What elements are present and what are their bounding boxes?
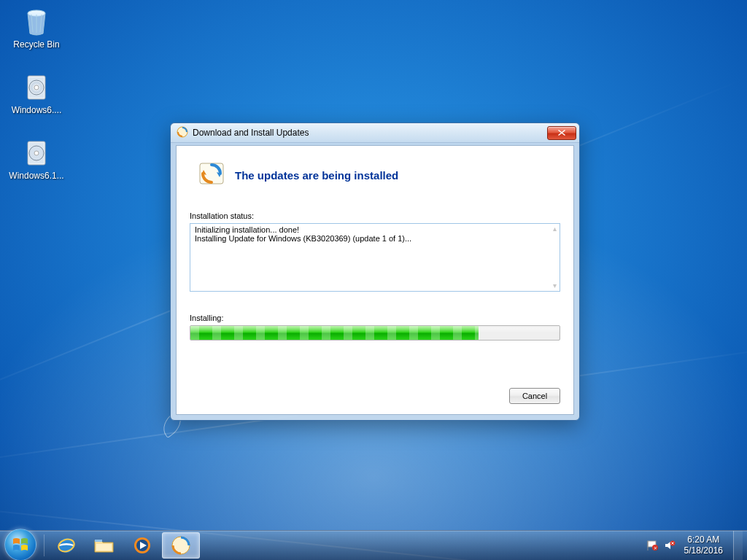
tray-volume-icon[interactable]: [664, 540, 676, 551]
taskbar-item-media-player[interactable]: [124, 533, 160, 558]
status-line: Installing Update for Windows (KB3020369…: [195, 234, 560, 243]
windows-logo-icon: [12, 536, 29, 553]
desktop-icon-label: Windows6.1...: [9, 171, 63, 181]
taskbar-item-ie[interactable]: [48, 533, 85, 558]
system-tray: ✕ 6:20 AM 5/18/2016: [636, 531, 747, 560]
ie-icon: [56, 535, 77, 556]
desktop-icon-label: Windows6....: [12, 105, 62, 115]
tray-date: 5/18/2016: [684, 545, 723, 556]
close-icon: [558, 130, 565, 136]
svg-rect-16: [96, 544, 112, 551]
svg-marker-26: [665, 542, 670, 549]
svg-point-8: [34, 151, 39, 155]
desktop-icon-label: Recycle Bin: [13, 39, 59, 50]
taskbar-divider: [44, 534, 44, 556]
tray-time: 6:20 AM: [684, 534, 723, 545]
scroll-down-icon[interactable]: ▾: [551, 282, 558, 289]
status-label: Installation status:: [190, 211, 560, 220]
status-line: Initializing installation... done!: [195, 225, 560, 234]
svg-point-4: [34, 85, 39, 90]
updates-dialog: Download and Install Updates The updates…: [170, 122, 580, 421]
show-desktop-button[interactable]: [733, 531, 743, 560]
titlebar[interactable]: Download and Install Updates: [171, 123, 579, 143]
taskbar: ✕ 6:20 AM 5/18/2016: [0, 530, 747, 560]
svg-rect-15: [95, 540, 102, 542]
taskbar-item-explorer[interactable]: [86, 533, 123, 558]
scroll-up-icon[interactable]: ▴: [551, 225, 558, 233]
tray-clock[interactable]: 6:20 AM 5/18/2016: [678, 534, 729, 556]
folder-icon: [93, 537, 115, 554]
tray-flag-icon[interactable]: ✕: [646, 540, 658, 551]
taskbar-item-updates-active[interactable]: [162, 532, 200, 559]
start-button[interactable]: [4, 529, 36, 561]
media-player-icon: [132, 535, 152, 556]
desktop-icon-package-1[interactable]: Windows6....: [9, 71, 64, 115]
close-button[interactable]: [547, 126, 576, 140]
dialog-body: The updates are being installed Installa…: [176, 145, 574, 415]
recycle-bin-icon: [9, 6, 64, 38]
cancel-button[interactable]: Cancel: [509, 388, 560, 404]
svg-text:✕: ✕: [653, 546, 657, 551]
windows-update-icon: [171, 535, 191, 556]
progress-bar: [190, 325, 560, 341]
desktop-icon-recycle-bin[interactable]: Recycle Bin: [9, 6, 64, 50]
progress-label: Installing:: [190, 314, 560, 322]
windows-update-icon: [177, 126, 188, 140]
desktop-icon-package-2[interactable]: Windows6.1...: [9, 137, 64, 181]
disc-box-icon: [9, 137, 64, 169]
windows-update-large-icon: [197, 159, 226, 191]
window-title: Download and Install Updates: [193, 128, 309, 138]
status-textbox: Initializing installation... done! Insta…: [190, 223, 560, 292]
disc-box-icon: [9, 71, 64, 104]
dialog-heading: The updates are being installed: [235, 169, 398, 182]
